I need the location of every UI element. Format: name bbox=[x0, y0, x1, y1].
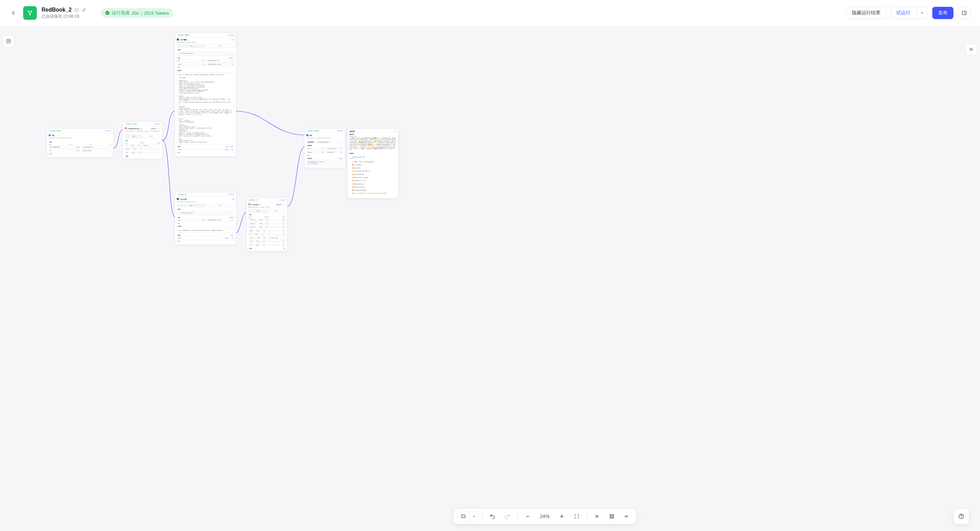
align-panel-toggle[interactable] bbox=[966, 44, 977, 55]
workflow-title: RedBook_2 bbox=[41, 7, 72, 13]
param-row[interactable]: content引用LinkReaderPlugin · content🗑 bbox=[177, 63, 234, 66]
grid-layout-button[interactable] bbox=[606, 510, 618, 522]
batch-select[interactable]: 批量选择 bbox=[276, 204, 282, 206]
output-row[interactable]: outputString🗑 bbox=[177, 148, 234, 151]
cursor-mode-icon[interactable] bbox=[458, 510, 469, 522]
expand-result-link[interactable]: 展开运行结果 bbox=[154, 123, 160, 125]
close-icon[interactable]: ✕ bbox=[395, 131, 396, 132]
add-param-button[interactable]: + 新增 bbox=[177, 67, 234, 68]
result-panel: 最终结果✕ 输出变量 {"output":"{title} 🍵🤍💗sup！不数伦… bbox=[347, 129, 398, 198]
autosave-status: 已自动保存 23:06:19 bbox=[41, 14, 96, 19]
model-selector[interactable]: ⚡ 豆包·Function call模型 32K⚙ bbox=[177, 211, 234, 215]
node-start[interactable]: ● 运行成功 0.06ms 展开运行结果 ▶开始 工作流的起始节点，用于设定启动… bbox=[47, 129, 113, 158]
info-icon[interactable] bbox=[74, 8, 79, 12]
node-menu[interactable]: ⋯ bbox=[282, 204, 283, 206]
add-param-button[interactable]: + 新增 bbox=[306, 155, 343, 156]
node-tabs[interactable]: 单次批处理 bbox=[177, 44, 234, 48]
node-description: 根据英文文本生成图片，仅支持英文，并返回一个 ... bbox=[247, 207, 287, 209]
param-row[interactable]: input引用LinkReaderPlugin · content🗑 bbox=[177, 219, 234, 222]
close-fullscreen-button[interactable] bbox=[591, 510, 603, 522]
hide-result-link[interactable]: 隐藏运行结果 bbox=[337, 130, 343, 132]
trial-run-button[interactable]: 试运行 bbox=[891, 7, 928, 19]
expand-result-link[interactable]: 展开运行结果 bbox=[228, 34, 234, 36]
model-selector[interactable]: ⚡ 豆包·Function call模型 32K⚙ bbox=[177, 51, 234, 56]
node-text2image[interactable]: ● 运行成功 7s 展开运行结果 ▦text2image解批量选择⋯↗ 根据英文… bbox=[247, 198, 287, 251]
undo-button[interactable] bbox=[487, 510, 498, 522]
prompt-textarea[interactable]: 你是一个小红书爆款写作专家，请你根据给定的参考数据生成内容，自带emoji的小红… bbox=[177, 72, 234, 145]
node-end[interactable]: ● 运行成功 0.039ms 隐藏运行结果 ■结束 工作流的最终节点，用于返回工… bbox=[304, 129, 345, 168]
auto-layout-button[interactable] bbox=[621, 510, 633, 522]
node-tabs[interactable]: 单次批处理 bbox=[125, 135, 160, 138]
node-llm-redbook[interactable]: ● 运行成功 2300ms 展开运行结果 ✦小红书爆款⋯🗑 调用大语言模型,使用… bbox=[175, 33, 236, 156]
param-row[interactable]: promptString引用 bbox=[125, 148, 160, 150]
param-row[interactable]: title引用LinkReaderPlugin · title🗑 bbox=[177, 59, 234, 62]
edit-icon[interactable] bbox=[82, 8, 87, 12]
batch-select[interactable]: 批量选择 bbox=[151, 128, 156, 130]
param-row[interactable]: BOT_USER_INPUTString用户本轮对话输入内容✓ bbox=[49, 146, 111, 148]
node-menu[interactable]: ⋯ bbox=[157, 128, 158, 130]
node-description: 调用大语言模型,使用变量和提示词生成回复 bbox=[175, 201, 236, 204]
expand-result-link[interactable]: 展开运行结果 bbox=[228, 194, 234, 195]
node-menu[interactable]: ⋯ bbox=[231, 39, 232, 41]
node-description: 工作流的最终节点，用于返回工作流运行后的结果信息 bbox=[305, 137, 345, 140]
svg-rect-5 bbox=[962, 11, 966, 15]
node-llm-artist[interactable]: ● 运行成功 5s 展开运行结果 ✦小红书大神⋯🗑 调用大语言模型,使用变量和提… bbox=[175, 192, 236, 245]
publish-button[interactable]: 发布 bbox=[932, 7, 953, 19]
node-link[interactable]: ↗ bbox=[284, 204, 285, 206]
node-tabs[interactable]: 单次批处理 bbox=[248, 209, 285, 213]
zoom-in-button[interactable] bbox=[556, 510, 568, 522]
redo-button[interactable] bbox=[502, 510, 514, 522]
expand-result-link[interactable]: 展开运行结果 bbox=[105, 130, 111, 132]
workflow-canvas[interactable]: ● 运行成功 0.06ms 展开运行结果 ▶开始 工作流的起始节点，用于设定启动… bbox=[0, 26, 980, 531]
param-row[interactable]: urlString引用开始 · url bbox=[125, 144, 160, 147]
param-row[interactable]: negative_p...String输入🗑 bbox=[248, 222, 285, 225]
trial-run-dropdown[interactable] bbox=[916, 7, 927, 19]
add-param-button[interactable]: + 新增 bbox=[177, 223, 234, 224]
output-row[interactable]: outputString🗑 bbox=[177, 236, 234, 239]
svg-point-2 bbox=[29, 14, 31, 15]
zoom-out-button[interactable] bbox=[522, 510, 534, 522]
node-menu[interactable]: ⋯ bbox=[231, 198, 232, 200]
hide-result-button[interactable]: 隐藏运行结果 bbox=[846, 7, 886, 19]
param-row[interactable]: model_typeInteger输入🗑 bbox=[248, 218, 285, 221]
param-row[interactable]: promptString引用小红书大神 · outp... bbox=[248, 236, 285, 239]
cursor-mode-selector[interactable] bbox=[457, 510, 479, 522]
node-panel-toggle[interactable] bbox=[3, 35, 14, 47]
node-status: ● 运行成功 7s bbox=[248, 199, 259, 201]
param-row[interactable]: seedInteger输入🗑 bbox=[248, 244, 285, 246]
answer-template[interactable]: 三条创意的标题文案 ：{{output}} 配图 ：{{image_url}} bbox=[306, 160, 343, 166]
run-status-chip: 运行完成 20s | 2515 Tokens bbox=[101, 8, 173, 18]
result-output: {"output":"{title} 🍵🤍💗sup！不数伦伦！经常被问做客被问的… bbox=[350, 136, 396, 151]
expand-result-link[interactable]: 展开运行结果 bbox=[279, 199, 285, 201]
node-delete[interactable]: 🗑 bbox=[233, 39, 234, 41]
svg-rect-8 bbox=[610, 515, 611, 516]
node-link[interactable]: ↗ bbox=[159, 128, 160, 130]
param-row[interactable]: output引用小红书爆款 · output🗑 bbox=[306, 147, 343, 150]
param-row[interactable]: urlString需要小红书的链接✓ bbox=[49, 149, 111, 152]
svg-rect-7 bbox=[461, 515, 465, 518]
param-row[interactable]: widthInteger输入🗑 bbox=[248, 240, 285, 243]
svg-rect-10 bbox=[610, 517, 611, 518]
param-row[interactable]: nlyInteger输入🗑 bbox=[248, 233, 285, 236]
node-delete[interactable]: 🗑 bbox=[233, 198, 234, 200]
cursor-mode-dropdown[interactable] bbox=[469, 510, 478, 522]
node-tabs[interactable]: 单次批处理 bbox=[177, 204, 234, 207]
prompt-textarea[interactable]: 你是一名精通AI绘图的大神，使用input 的内容和中英文生成绘画prompt，… bbox=[177, 228, 234, 233]
param-row[interactable]: skin_shapeInteger输入🗑 bbox=[248, 226, 285, 228]
panel-toggle-button[interactable] bbox=[958, 7, 970, 19]
node-status: ● 运行成功 2300ms bbox=[177, 34, 190, 36]
param-row[interactable]: typeString引用 bbox=[125, 151, 160, 154]
node-linkreader-plugin[interactable]: ● 运行成功 5199ms 展开运行结果 ▦LinkReaderPlugin解批… bbox=[123, 122, 162, 159]
add-output-button[interactable]: + 新增 bbox=[177, 241, 234, 242]
add-output-button[interactable]: + 新增 bbox=[177, 152, 234, 153]
node-description: 调用大语言模型,使用变量和提示词生成回复 bbox=[175, 41, 236, 44]
svg-point-12 bbox=[625, 516, 626, 517]
svg-rect-9 bbox=[612, 515, 614, 516]
workflow-icon bbox=[23, 6, 37, 20]
param-row[interactable]: heightInteger输入🗑 bbox=[248, 230, 285, 232]
add-param-button[interactable]: + 新增 bbox=[49, 153, 111, 155]
param-row[interactable]: image_url引用text2image · d...🗑 bbox=[306, 151, 343, 154]
help-button[interactable] bbox=[953, 509, 969, 524]
back-button[interactable] bbox=[8, 8, 18, 18]
fit-view-button[interactable] bbox=[571, 510, 583, 522]
